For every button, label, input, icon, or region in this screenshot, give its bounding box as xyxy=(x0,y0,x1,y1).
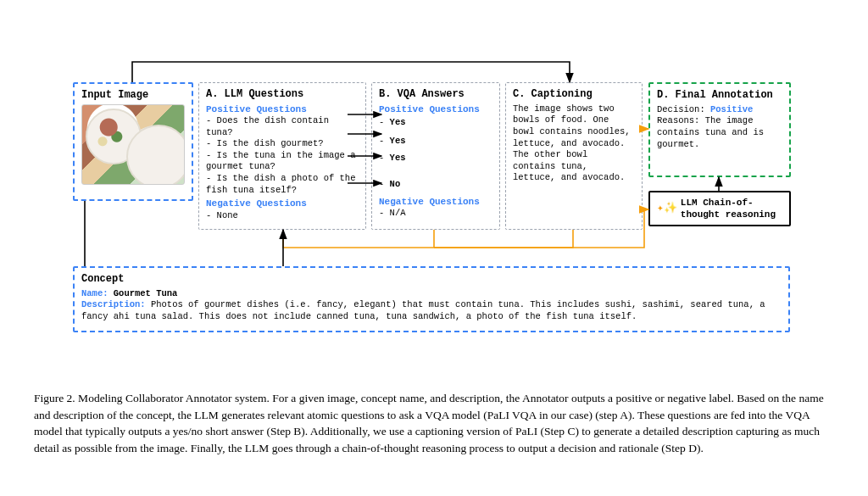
chain-of-thought-box: ✦✨ LLM Chain-of-thought reasoning xyxy=(648,191,791,226)
answer-item-na: N/A xyxy=(379,208,492,220)
answer-value: Yes xyxy=(390,136,406,146)
concept-name-value: Gourmet Tuna xyxy=(114,288,178,298)
answer-item: Yes xyxy=(379,134,492,148)
panel-d-final-annotation: D. Final Annotation Decision: Positive R… xyxy=(648,82,791,177)
question-item: Does the dish contain tuna? xyxy=(206,115,359,138)
answer-item: Yes xyxy=(379,115,492,129)
panel-a-llm-questions: A. LLM Questions Positive Questions Does… xyxy=(198,82,366,230)
panel-b-positive-label: Positive Questions xyxy=(379,103,492,115)
decision-value: Positive xyxy=(710,104,753,114)
panel-b-negative-label: Negative Questions xyxy=(379,196,492,208)
panel-c-captioning: C. Captioning The image shows two bowls … xyxy=(505,82,643,230)
question-item: Is the dish a photo of the fish tuna its… xyxy=(206,173,359,196)
answer-item: No xyxy=(379,177,492,191)
concept-name-label: Name: xyxy=(81,288,114,298)
answer-item: Yes xyxy=(379,151,492,164)
panel-a-negative-label: Negative Questions xyxy=(206,198,359,209)
concept-desc-text: Photos of gourmet dishes (i.e. fancy, el… xyxy=(81,299,765,321)
answer-value: Yes xyxy=(390,153,406,163)
answer-value: No xyxy=(390,179,401,189)
reasons-label: Reasons: xyxy=(657,115,705,125)
caption-text: The image shows two bowls of food. One b… xyxy=(513,103,635,184)
question-item: Is the dish gourmet? xyxy=(206,138,359,150)
sparkle-icon: ✦✨ xyxy=(657,202,677,216)
answer-value: Yes xyxy=(390,117,406,127)
question-item: Is the tuna in the image a gourmet tuna? xyxy=(206,150,359,173)
figure-caption: Figure 2. Modeling Collaborator Annotato… xyxy=(34,390,834,456)
input-image-panel: Input Image xyxy=(73,82,193,201)
question-item-none: None xyxy=(206,210,359,222)
panel-b-vqa-answers: B. VQA Answers Positive Questions Yes Ye… xyxy=(371,82,500,230)
input-image-title: Input Image xyxy=(81,89,185,103)
panel-a-title: A. LLM Questions xyxy=(206,88,359,102)
decision-label: Decision: xyxy=(657,104,710,114)
concept-panel: Concept Name: Gourmet Tuna Description: … xyxy=(73,266,790,332)
panel-b-title: B. VQA Answers xyxy=(379,88,492,102)
panel-c-title: C. Captioning xyxy=(513,88,635,102)
input-image-thumbnail xyxy=(81,104,185,185)
concept-desc-label: Description: xyxy=(81,299,151,309)
panel-a-positive-label: Positive Questions xyxy=(206,103,359,115)
concept-title: Concept xyxy=(81,273,782,287)
chain-text: LLM Chain-of-thought reasoning xyxy=(681,197,782,221)
panel-d-title: D. Final Annotation xyxy=(657,89,782,103)
